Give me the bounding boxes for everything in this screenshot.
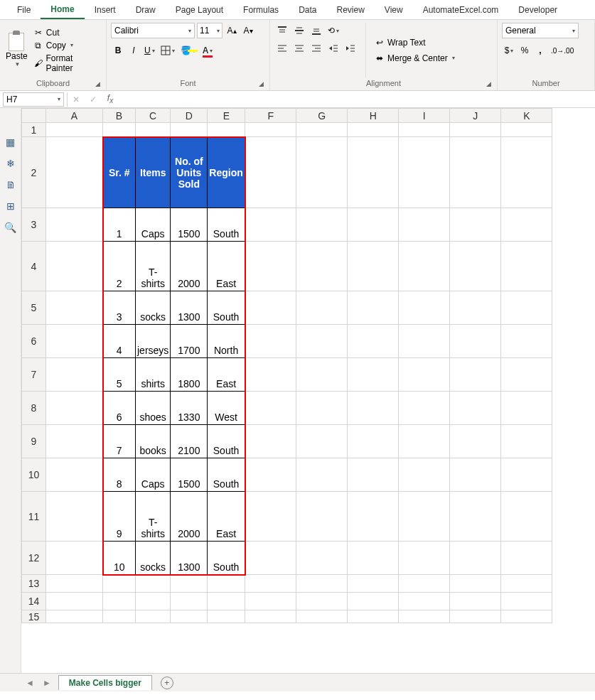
- tab-automateexcel[interactable]: AutomateExcel.com: [413, 1, 509, 18]
- tab-view[interactable]: View: [375, 1, 413, 18]
- cell[interactable]: [296, 458, 348, 492]
- next-sheet-button[interactable]: ►: [38, 678, 55, 688]
- cell[interactable]: [399, 575, 450, 593]
- cell[interactable]: Caps: [136, 458, 171, 492]
- align-bottom-button[interactable]: [309, 23, 324, 38]
- cell[interactable]: [46, 325, 103, 358]
- cell[interactable]: [245, 575, 296, 593]
- cell[interactable]: [348, 325, 399, 358]
- cell[interactable]: [450, 392, 501, 425]
- copy-button[interactable]: ⧉ Copy ▾: [32, 40, 102, 51]
- cell[interactable]: 1300: [171, 542, 208, 575]
- cell[interactable]: South: [208, 542, 245, 575]
- cell[interactable]: [450, 325, 501, 358]
- cell[interactable]: No. of Units Sold: [171, 137, 208, 208]
- cell[interactable]: [245, 208, 296, 242]
- cell[interactable]: [245, 123, 296, 137]
- font-size-select[interactable]: 11 ▾: [197, 23, 223, 38]
- cell[interactable]: [501, 291, 552, 325]
- name-box[interactable]: H7 ▾: [3, 92, 64, 107]
- cell[interactable]: 10: [103, 542, 136, 575]
- add-sheet-button[interactable]: +: [161, 677, 173, 689]
- tab-data[interactable]: Data: [289, 1, 326, 18]
- cell[interactable]: [348, 575, 399, 593]
- cell[interactable]: 2100: [171, 425, 208, 458]
- cell[interactable]: shirts: [136, 358, 171, 392]
- cell[interactable]: 1: [103, 208, 136, 242]
- cell[interactable]: East: [208, 492, 245, 542]
- cell[interactable]: [46, 137, 103, 208]
- cell[interactable]: [450, 137, 501, 208]
- wrap-text-button[interactable]: ↩ Wrap Text: [373, 37, 456, 48]
- cell[interactable]: East: [208, 242, 245, 291]
- align-middle-button[interactable]: [291, 23, 307, 38]
- cell[interactable]: [171, 610, 208, 623]
- dialog-launcher-icon[interactable]: ◢: [259, 80, 264, 87]
- formula-input[interactable]: [119, 92, 595, 107]
- cell[interactable]: [208, 575, 245, 593]
- cell[interactable]: [450, 425, 501, 458]
- cell[interactable]: South: [208, 291, 245, 325]
- insert-function-button[interactable]: fx: [102, 93, 119, 104]
- cell[interactable]: [296, 208, 348, 242]
- cell[interactable]: [348, 458, 399, 492]
- cell[interactable]: [136, 593, 171, 610]
- cell[interactable]: [296, 575, 348, 593]
- orientation-button[interactable]: ⟲▾: [326, 23, 341, 38]
- cell[interactable]: [450, 610, 501, 623]
- cell[interactable]: [245, 242, 296, 291]
- cell[interactable]: [348, 137, 399, 208]
- cell[interactable]: 1500: [171, 208, 208, 242]
- cell[interactable]: [208, 593, 245, 610]
- cell[interactable]: [296, 358, 348, 392]
- cell[interactable]: [501, 610, 552, 623]
- row-header[interactable]: 8: [22, 392, 46, 425]
- row-header[interactable]: 10: [22, 458, 46, 492]
- gridlines-icon[interactable]: ⊞: [4, 200, 17, 212]
- cell[interactable]: [501, 425, 552, 458]
- cell[interactable]: 7: [103, 425, 136, 458]
- dialog-launcher-icon[interactable]: ◢: [486, 80, 491, 87]
- merge-center-button[interactable]: ⬌ Merge & Center ▾: [373, 53, 456, 64]
- row-header[interactable]: 15: [22, 610, 46, 623]
- cell[interactable]: Region: [208, 137, 245, 208]
- cell[interactable]: [399, 137, 450, 208]
- cell[interactable]: [450, 458, 501, 492]
- cell[interactable]: [348, 358, 399, 392]
- row-header[interactable]: 11: [22, 492, 46, 542]
- cell[interactable]: [348, 593, 399, 610]
- tab-draw[interactable]: Draw: [126, 1, 166, 18]
- cell[interactable]: [245, 392, 296, 425]
- cell[interactable]: [348, 492, 399, 542]
- column-header[interactable]: K: [501, 109, 552, 123]
- cell[interactable]: [245, 542, 296, 575]
- cell[interactable]: [399, 242, 450, 291]
- cell[interactable]: [46, 458, 103, 492]
- cell[interactable]: [399, 610, 450, 623]
- row-header[interactable]: 5: [22, 291, 46, 325]
- cell[interactable]: [208, 610, 245, 623]
- cell[interactable]: [348, 610, 399, 623]
- cell[interactable]: [399, 542, 450, 575]
- cell[interactable]: [501, 392, 552, 425]
- tab-file[interactable]: File: [7, 1, 41, 18]
- cell[interactable]: shoes: [136, 392, 171, 425]
- cell[interactable]: [296, 137, 348, 208]
- cell[interactable]: [450, 358, 501, 392]
- cell[interactable]: 2000: [171, 492, 208, 542]
- cell[interactable]: [103, 123, 136, 137]
- cell[interactable]: North: [208, 325, 245, 358]
- cell[interactable]: [501, 325, 552, 358]
- prev-sheet-button[interactable]: ◄: [21, 678, 38, 688]
- italic-button[interactable]: I: [127, 43, 141, 58]
- underline-button[interactable]: U▾: [142, 43, 157, 58]
- freeze-icon[interactable]: ❄: [4, 158, 17, 169]
- cell[interactable]: socks: [136, 291, 171, 325]
- column-header[interactable]: H: [348, 109, 399, 123]
- column-header[interactable]: D: [171, 109, 208, 123]
- cell[interactable]: [501, 492, 552, 542]
- comma-format-button[interactable]: ,: [533, 43, 547, 58]
- cell[interactable]: [296, 242, 348, 291]
- cell[interactable]: [245, 593, 296, 610]
- column-header[interactable]: E: [208, 109, 245, 123]
